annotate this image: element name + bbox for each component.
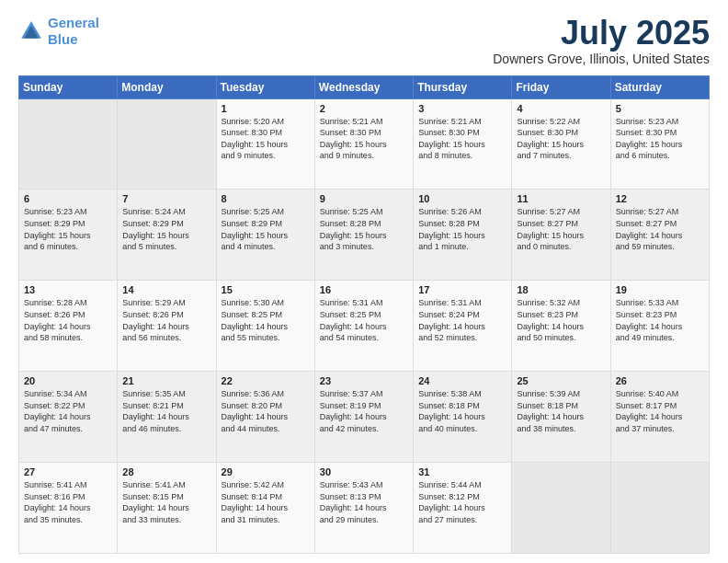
logo-text: General Blue	[48, 15, 99, 48]
day-number: 7	[122, 193, 210, 204]
cell-content: Sunrise: 5:41 AM Sunset: 8:15 PM Dayligh…	[122, 479, 210, 525]
day-header-tuesday: Tuesday	[216, 75, 314, 98]
cell-content: Sunrise: 5:22 AM Sunset: 8:30 PM Dayligh…	[517, 116, 605, 162]
cell-content: Sunrise: 5:24 AM Sunset: 8:29 PM Dayligh…	[122, 206, 210, 252]
day-number: 27	[24, 466, 112, 477]
calendar-table: SundayMondayTuesdayWednesdayThursdayFrid…	[18, 75, 710, 554]
calendar-cell: 21Sunrise: 5:35 AM Sunset: 8:21 PM Dayli…	[118, 372, 216, 463]
cell-content: Sunrise: 5:25 AM Sunset: 8:28 PM Dayligh…	[320, 206, 408, 252]
cell-content: Sunrise: 5:42 AM Sunset: 8:14 PM Dayligh…	[222, 479, 310, 525]
calendar-cell: 6Sunrise: 5:23 AM Sunset: 8:29 PM Daylig…	[19, 190, 118, 281]
cell-content: Sunrise: 5:38 AM Sunset: 8:18 PM Dayligh…	[418, 388, 506, 434]
header: General Blue July 2025 Downers Grove, Il…	[18, 15, 710, 66]
day-number: 22	[222, 375, 310, 386]
day-number: 24	[418, 375, 506, 386]
cell-content: Sunrise: 5:43 AM Sunset: 8:13 PM Dayligh…	[320, 479, 408, 525]
cell-content: Sunrise: 5:25 AM Sunset: 8:29 PM Dayligh…	[222, 206, 310, 252]
week-row-5: 27Sunrise: 5:41 AM Sunset: 8:16 PM Dayli…	[19, 463, 710, 554]
day-number: 29	[222, 466, 310, 477]
cell-content: Sunrise: 5:27 AM Sunset: 8:27 PM Dayligh…	[517, 206, 605, 252]
logo: General Blue	[18, 15, 99, 48]
cell-content: Sunrise: 5:29 AM Sunset: 8:26 PM Dayligh…	[122, 297, 210, 343]
day-number: 4	[517, 103, 605, 114]
calendar-header: SundayMondayTuesdayWednesdayThursdayFrid…	[19, 75, 710, 98]
main-title: July 2025	[493, 15, 710, 52]
day-number: 19	[616, 284, 704, 295]
day-number: 18	[517, 284, 605, 295]
day-number: 30	[320, 466, 408, 477]
calendar-cell: 9Sunrise: 5:25 AM Sunset: 8:28 PM Daylig…	[314, 190, 413, 281]
day-number: 16	[320, 284, 408, 295]
calendar-cell: 4Sunrise: 5:22 AM Sunset: 8:30 PM Daylig…	[512, 98, 610, 190]
day-number: 21	[122, 375, 210, 386]
calendar-cell: 3Sunrise: 5:21 AM Sunset: 8:30 PM Daylig…	[414, 98, 512, 190]
cell-content: Sunrise: 5:37 AM Sunset: 8:19 PM Dayligh…	[320, 388, 408, 434]
calendar-cell: 31Sunrise: 5:44 AM Sunset: 8:12 PM Dayli…	[414, 463, 512, 554]
day-number: 2	[320, 103, 408, 114]
cell-content: Sunrise: 5:34 AM Sunset: 8:22 PM Dayligh…	[24, 388, 112, 434]
day-number: 31	[418, 466, 506, 477]
calendar-cell: 25Sunrise: 5:39 AM Sunset: 8:18 PM Dayli…	[512, 372, 610, 463]
calendar-cell: 2Sunrise: 5:21 AM Sunset: 8:30 PM Daylig…	[314, 98, 413, 190]
logo-line1: General	[48, 15, 99, 30]
day-number: 15	[222, 284, 310, 295]
calendar-cell: 18Sunrise: 5:32 AM Sunset: 8:23 PM Dayli…	[512, 281, 610, 372]
day-number: 9	[320, 193, 408, 204]
cell-content: Sunrise: 5:26 AM Sunset: 8:28 PM Dayligh…	[418, 206, 506, 252]
calendar-cell: 27Sunrise: 5:41 AM Sunset: 8:16 PM Dayli…	[19, 463, 118, 554]
week-row-3: 13Sunrise: 5:28 AM Sunset: 8:26 PM Dayli…	[19, 281, 710, 372]
day-header-friday: Friday	[512, 75, 610, 98]
cell-content: Sunrise: 5:40 AM Sunset: 8:17 PM Dayligh…	[616, 388, 704, 434]
calendar-cell: 8Sunrise: 5:25 AM Sunset: 8:29 PM Daylig…	[216, 190, 314, 281]
cell-content: Sunrise: 5:32 AM Sunset: 8:23 PM Dayligh…	[517, 297, 605, 343]
day-number: 6	[24, 193, 112, 204]
cell-content: Sunrise: 5:23 AM Sunset: 8:29 PM Dayligh…	[24, 206, 112, 252]
calendar-cell: 28Sunrise: 5:41 AM Sunset: 8:15 PM Dayli…	[118, 463, 216, 554]
calendar-cell: 23Sunrise: 5:37 AM Sunset: 8:19 PM Dayli…	[314, 372, 413, 463]
day-number: 10	[418, 193, 506, 204]
day-header-thursday: Thursday	[414, 75, 512, 98]
day-number: 11	[517, 193, 605, 204]
calendar-cell: 11Sunrise: 5:27 AM Sunset: 8:27 PM Dayli…	[512, 190, 610, 281]
calendar-cell	[512, 463, 610, 554]
calendar-cell: 17Sunrise: 5:31 AM Sunset: 8:24 PM Dayli…	[414, 281, 512, 372]
day-number: 23	[320, 375, 408, 386]
calendar-cell: 30Sunrise: 5:43 AM Sunset: 8:13 PM Dayli…	[314, 463, 413, 554]
day-number: 8	[222, 193, 310, 204]
day-number: 12	[616, 193, 704, 204]
header-row: SundayMondayTuesdayWednesdayThursdayFrid…	[19, 75, 710, 98]
page: General Blue July 2025 Downers Grove, Il…	[0, 0, 728, 563]
cell-content: Sunrise: 5:44 AM Sunset: 8:12 PM Dayligh…	[418, 479, 506, 525]
cell-content: Sunrise: 5:23 AM Sunset: 8:30 PM Dayligh…	[616, 116, 704, 162]
calendar-cell: 16Sunrise: 5:31 AM Sunset: 8:25 PM Dayli…	[314, 281, 413, 372]
calendar-cell: 12Sunrise: 5:27 AM Sunset: 8:27 PM Dayli…	[610, 190, 709, 281]
calendar-cell	[19, 98, 118, 190]
calendar-cell: 10Sunrise: 5:26 AM Sunset: 8:28 PM Dayli…	[414, 190, 512, 281]
day-number: 1	[222, 103, 310, 114]
calendar-cell: 22Sunrise: 5:36 AM Sunset: 8:20 PM Dayli…	[216, 372, 314, 463]
week-row-4: 20Sunrise: 5:34 AM Sunset: 8:22 PM Dayli…	[19, 372, 710, 463]
cell-content: Sunrise: 5:20 AM Sunset: 8:30 PM Dayligh…	[222, 116, 310, 162]
calendar-cell: 15Sunrise: 5:30 AM Sunset: 8:25 PM Dayli…	[216, 281, 314, 372]
cell-content: Sunrise: 5:31 AM Sunset: 8:25 PM Dayligh…	[320, 297, 408, 343]
day-header-monday: Monday	[118, 75, 216, 98]
cell-content: Sunrise: 5:39 AM Sunset: 8:18 PM Dayligh…	[517, 388, 605, 434]
day-header-sunday: Sunday	[19, 75, 118, 98]
calendar-cell: 5Sunrise: 5:23 AM Sunset: 8:30 PM Daylig…	[610, 98, 709, 190]
cell-content: Sunrise: 5:41 AM Sunset: 8:16 PM Dayligh…	[24, 479, 112, 525]
day-number: 28	[122, 466, 210, 477]
title-block: July 2025 Downers Grove, Illinois, Unite…	[493, 15, 710, 66]
calendar-body: 1Sunrise: 5:20 AM Sunset: 8:30 PM Daylig…	[19, 98, 710, 553]
cell-content: Sunrise: 5:27 AM Sunset: 8:27 PM Dayligh…	[616, 206, 704, 252]
calendar-cell: 7Sunrise: 5:24 AM Sunset: 8:29 PM Daylig…	[118, 190, 216, 281]
calendar-cell: 24Sunrise: 5:38 AM Sunset: 8:18 PM Dayli…	[414, 372, 512, 463]
calendar-cell: 20Sunrise: 5:34 AM Sunset: 8:22 PM Dayli…	[19, 372, 118, 463]
day-number: 17	[418, 284, 506, 295]
week-row-2: 6Sunrise: 5:23 AM Sunset: 8:29 PM Daylig…	[19, 190, 710, 281]
calendar-cell: 29Sunrise: 5:42 AM Sunset: 8:14 PM Dayli…	[216, 463, 314, 554]
calendar-cell: 13Sunrise: 5:28 AM Sunset: 8:26 PM Dayli…	[19, 281, 118, 372]
calendar-cell: 26Sunrise: 5:40 AM Sunset: 8:17 PM Dayli…	[610, 372, 709, 463]
logo-icon	[18, 18, 44, 44]
calendar-cell: 14Sunrise: 5:29 AM Sunset: 8:26 PM Dayli…	[118, 281, 216, 372]
day-number: 20	[24, 375, 112, 386]
